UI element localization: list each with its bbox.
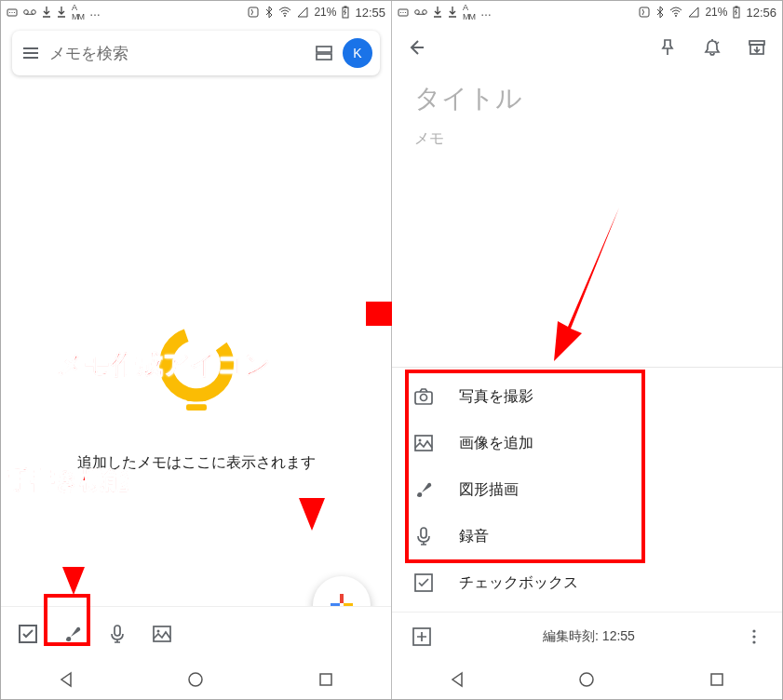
phone-right: AMM … 21% 12:56 タイトル メモ: [392, 1, 782, 699]
svg-point-34: [675, 15, 677, 17]
note-title-placeholder[interactable]: タイトル: [414, 81, 760, 116]
note-footer: 編集時刻: 12:55: [392, 612, 782, 660]
android-nav-bar: [1, 660, 391, 699]
download-icon: [42, 7, 51, 18]
note-body[interactable]: タイトル メモ: [392, 72, 782, 367]
nav-home-icon[interactable]: [575, 668, 598, 691]
nav-home-icon[interactable]: [184, 668, 207, 691]
bluetooth-icon: [265, 7, 273, 18]
svg-point-47: [752, 635, 755, 638]
font-icon: AMM: [463, 3, 475, 21]
menu-checkbox[interactable]: チェックボックス: [392, 559, 782, 606]
battery-charging-icon: [342, 6, 349, 19]
svg-point-4: [24, 10, 29, 15]
font-icon: AMM: [72, 3, 84, 21]
add-button[interactable]: [409, 624, 435, 650]
edit-timestamp: 編集時刻: 12:55: [450, 628, 728, 645]
notification-icon: [398, 7, 409, 18]
highlight-brush-box: [44, 594, 90, 646]
battery-percent: 21%: [705, 6, 727, 19]
more-icon: …: [480, 6, 493, 19]
svg-point-5: [32, 10, 36, 15]
svg-point-24: [189, 673, 202, 686]
svg-rect-25: [320, 674, 331, 685]
notification-icon: [7, 7, 18, 18]
svg-rect-10: [344, 7, 347, 8]
more-icon: …: [89, 6, 101, 19]
svg-rect-11: [317, 47, 331, 52]
signal-icon: [297, 7, 308, 18]
account-avatar[interactable]: K: [343, 38, 372, 68]
nfc-icon: [638, 7, 651, 18]
highlight-menu-box: [405, 370, 645, 563]
svg-rect-21: [115, 626, 120, 636]
svg-rect-36: [736, 7, 738, 8]
nfc-icon: [247, 7, 260, 18]
svg-rect-15: [186, 404, 207, 411]
annotation-create-icon: メモ作成アイコン: [57, 347, 271, 383]
battery-percent: 21%: [314, 6, 336, 19]
voicemail-icon: [23, 7, 36, 17]
svg-point-29: [405, 12, 406, 13]
clock-time: 12:56: [746, 6, 776, 20]
note-header: [392, 23, 782, 72]
download-icon: [448, 7, 457, 18]
reminder-icon[interactable]: [696, 32, 728, 63]
download-icon: [433, 7, 442, 18]
battery-charging-icon: [733, 6, 740, 19]
pin-icon[interactable]: [652, 32, 683, 63]
svg-rect-16: [340, 594, 344, 603]
svg-point-8: [284, 15, 286, 17]
svg-point-31: [423, 10, 427, 15]
note-memo-placeholder[interactable]: メモ: [414, 129, 760, 149]
bluetooth-icon: [656, 7, 664, 18]
svg-point-28: [402, 12, 403, 13]
nav-back-icon[interactable]: [446, 668, 468, 691]
checkbox-icon[interactable]: [14, 620, 42, 648]
status-bar: AMM … 21% 12:55: [1, 1, 391, 23]
checkbox-icon: [412, 572, 435, 594]
svg-rect-14: [186, 393, 207, 401]
phone-left: AMM … 21% 12:55 メモを検索 K 追加したメモはここ: [1, 1, 392, 699]
svg-point-23: [157, 629, 160, 632]
nav-recent-icon[interactable]: [315, 668, 337, 691]
android-nav-bar: [392, 660, 782, 699]
nav-back-icon[interactable]: [55, 668, 77, 691]
more-icon[interactable]: [743, 626, 765, 648]
svg-point-30: [415, 10, 420, 15]
back-button[interactable]: [401, 34, 429, 61]
clock-time: 12:55: [355, 6, 385, 20]
mic-icon[interactable]: [103, 620, 131, 648]
search-bar[interactable]: メモを検索 K: [12, 31, 380, 75]
svg-point-27: [400, 12, 401, 13]
download-icon: [57, 7, 66, 18]
svg-point-49: [580, 673, 593, 686]
menu-icon[interactable]: [20, 42, 42, 64]
svg-rect-50: [711, 674, 722, 685]
status-bar: AMM … 21% 12:56: [392, 1, 782, 23]
wifi-icon: [278, 7, 291, 18]
archive-icon[interactable]: [741, 32, 773, 63]
empty-state: 追加したメモはここに表示されます: [1, 83, 391, 606]
signal-icon: [688, 7, 699, 18]
svg-rect-12: [317, 54, 331, 60]
svg-point-46: [752, 629, 755, 632]
image-icon[interactable]: [148, 620, 176, 648]
menu-label: チェックボックス: [459, 573, 578, 593]
svg-point-1: [9, 12, 10, 13]
nav-recent-icon[interactable]: [706, 668, 728, 691]
svg-point-48: [752, 640, 755, 643]
annotation-handwriting: 手書き機能: [7, 464, 128, 497]
svg-point-3: [14, 12, 15, 13]
wifi-icon: [669, 7, 682, 18]
svg-point-2: [11, 12, 12, 13]
search-placeholder: メモを検索: [49, 43, 305, 64]
view-toggle-icon[interactable]: [313, 42, 335, 64]
voicemail-icon: [414, 7, 427, 17]
